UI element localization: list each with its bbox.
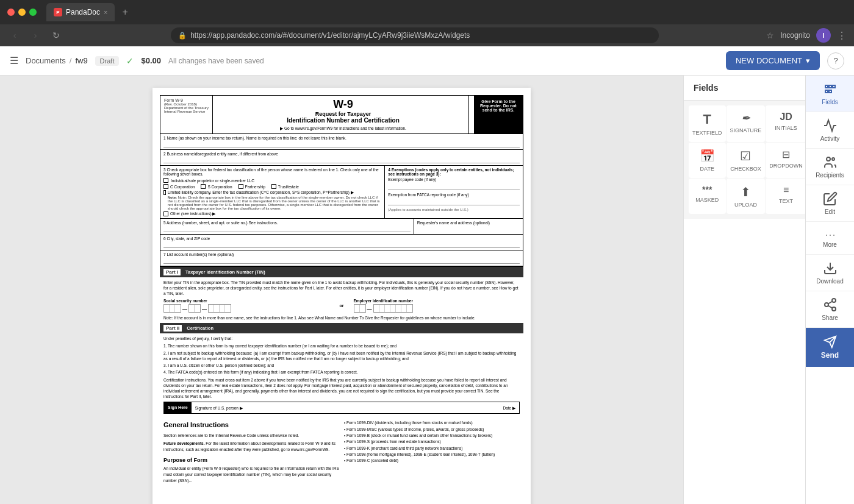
- incognito-label: Incognito: [780, 31, 810, 40]
- sidebar-item-more[interactable]: ⋯ More: [806, 222, 854, 255]
- sidebar-item-activity[interactable]: Activity: [806, 112, 854, 149]
- field-textfield[interactable]: T TEXTFIELD: [689, 105, 726, 142]
- sidebar-share-label: Share: [822, 314, 838, 321]
- initials-label: INITIALS: [775, 125, 797, 131]
- field-dropdown[interactable]: ⊟ DROPDOWN: [766, 143, 806, 178]
- save-icon: ✓: [126, 56, 134, 66]
- breadcrumb-separator: /: [70, 56, 72, 65]
- indiv-checkbox[interactable]: [163, 178, 168, 183]
- profile-button[interactable]: I: [816, 28, 831, 43]
- text-label: TEXT: [779, 198, 793, 204]
- w9-part2-header: Part II Certification: [160, 323, 523, 333]
- field-masked[interactable]: *** MASKED: [689, 179, 726, 214]
- upload-icon: ⬆: [741, 185, 751, 199]
- trust-checkbox[interactable]: [271, 184, 276, 189]
- profile-initial: I: [822, 32, 824, 39]
- w9-line6: 6 City, state, and ZIP code: [160, 235, 523, 250]
- sidebar-download-label: Download: [816, 278, 843, 285]
- refresh-button[interactable]: ↻: [49, 30, 63, 40]
- help-button[interactable]: ?: [827, 52, 844, 69]
- maximize-button[interactable]: [29, 9, 37, 16]
- checkbox-label: CHECKBOX: [730, 166, 761, 172]
- ein-seg2: [373, 304, 413, 313]
- send-button[interactable]: Send: [806, 328, 854, 367]
- w9-line3: 3 Check appropriate box for federal tax …: [160, 166, 385, 218]
- app: ☰ Documents / fw9 Draft ✓ $0.00 All chan…: [0, 46, 854, 504]
- url-bar[interactable]: 🔒 https://app.pandadoc.com/a/#/document/…: [171, 27, 659, 43]
- breadcrumb: Documents / fw9: [26, 56, 88, 65]
- sidebar-item-recipients[interactable]: Recipients: [806, 149, 854, 185]
- tab-close-button[interactable]: ×: [104, 9, 107, 16]
- c-corp-checkbox[interactable]: [163, 184, 168, 189]
- close-button[interactable]: [7, 9, 15, 16]
- field-signature[interactable]: ✒ SIGNATURE: [727, 105, 766, 142]
- sidebar-item-edit[interactable]: Edit: [806, 185, 854, 222]
- w9-body: 1 Name (as shown on your income tax retu…: [160, 134, 523, 267]
- textfield-label: TEXTFIELD: [692, 130, 722, 136]
- save-status: All changes have been saved: [168, 57, 264, 65]
- document-area[interactable]: Form W-9 (Rev. October 2018) Department …: [0, 76, 683, 504]
- svg-line-7: [828, 302, 832, 304]
- svg-point-5: [832, 307, 836, 311]
- initials-icon: JD: [780, 112, 792, 122]
- w9-indiv-option: Individual/sole proprietor or single-mem…: [163, 178, 381, 183]
- w9-tin-section: Enter your TIN in the appropriate box. T…: [160, 277, 523, 323]
- address-bar: ‹ › ↻ 🔒 https://app.pandadoc.com/a/#/doc…: [0, 24, 854, 46]
- back-button[interactable]: ‹: [7, 30, 22, 40]
- w9-line4: 4 Exemptions (codes apply only to certai…: [385, 166, 523, 218]
- field-text[interactable]: ≡ TEXT: [766, 179, 806, 214]
- s-corp-option: S Corporation: [201, 184, 232, 189]
- w9-form-header: Form W-9 (Rev. October 2018) Department …: [160, 95, 523, 134]
- tab-title: PandaDoc: [66, 8, 100, 16]
- sidebar-item-download[interactable]: Download: [806, 255, 854, 291]
- menu-icon[interactable]: ⋮: [837, 30, 847, 41]
- s-corp-checkbox[interactable]: [201, 184, 206, 189]
- field-initials[interactable]: JD INITIALS: [766, 105, 806, 142]
- hamburger-menu[interactable]: ☰: [10, 55, 18, 66]
- date-icon: 📅: [700, 149, 715, 163]
- document-name: fw9: [75, 56, 87, 65]
- w9-llc-option: Limited liability company. Enter the tax…: [163, 190, 381, 210]
- w9-form: Form W-9 (Rev. October 2018) Department …: [152, 88, 531, 504]
- sign-here-label: Sign Here: [164, 402, 192, 413]
- w9-line1: 1 Name (as shown on your income tax retu…: [160, 134, 523, 150]
- other-checkbox[interactable]: [163, 211, 168, 216]
- w9-other-option: Other (see instructions) ▶: [163, 211, 381, 216]
- fields-icon: [823, 82, 838, 96]
- share-icon: [823, 297, 838, 312]
- w9-title-area: W-9 Request for Taxpayer Identification …: [218, 96, 469, 133]
- activity-icon: [823, 118, 838, 133]
- draft-badge: Draft: [95, 56, 120, 66]
- masked-label: MASKED: [695, 197, 719, 203]
- field-upload[interactable]: ⬆ UPLOAD: [727, 179, 766, 214]
- breadcrumb-documents[interactable]: Documents: [26, 56, 66, 65]
- sidebar-item-fields[interactable]: Fields: [806, 76, 854, 112]
- text-icon: ≡: [783, 185, 789, 196]
- w9-line5: 5 Address (number, street, and apt. or s…: [160, 219, 414, 234]
- forward-button[interactable]: ›: [28, 30, 43, 40]
- active-tab[interactable]: P PandaDoc ×: [46, 3, 115, 21]
- llc-checkbox[interactable]: [163, 190, 166, 195]
- w9-line5-req: 5 Address (number, street, and apt. or s…: [160, 219, 523, 235]
- bookmark-icon[interactable]: ☆: [766, 30, 774, 40]
- browser-chrome: P PandaDoc × +: [0, 0, 854, 24]
- sidebar-more-label: More: [823, 241, 837, 248]
- new-tab-button[interactable]: +: [118, 7, 131, 18]
- ssn-seg3: [208, 304, 231, 313]
- tab-favicon: P: [54, 8, 62, 16]
- partnership-checkbox[interactable]: [239, 184, 243, 189]
- w9-form-identifier: Form W-9 (Rev. October 2018) Department …: [160, 96, 213, 133]
- field-date[interactable]: 📅 DATE: [689, 143, 726, 178]
- date-label: DATE: [700, 166, 714, 172]
- field-checkbox[interactable]: ☑ CHECKBOX: [727, 143, 766, 178]
- svg-point-0: [827, 157, 830, 161]
- sidebar-fields-label: Fields: [822, 99, 838, 105]
- sidebar-activity-label: Activity: [820, 135, 840, 142]
- textfield-icon: T: [703, 112, 711, 127]
- w9-requester: Requester's name and address (optional): [414, 219, 523, 234]
- w9-give-form: Give Form to the Requester. Do not send …: [474, 96, 523, 133]
- sidebar-item-share[interactable]: Share: [806, 291, 854, 328]
- new-document-button[interactable]: NEW DOCUMENT ▾: [726, 51, 820, 70]
- w9-certification: Under penalties of perjury, I certify th…: [160, 333, 523, 416]
- minimize-button[interactable]: [18, 9, 26, 16]
